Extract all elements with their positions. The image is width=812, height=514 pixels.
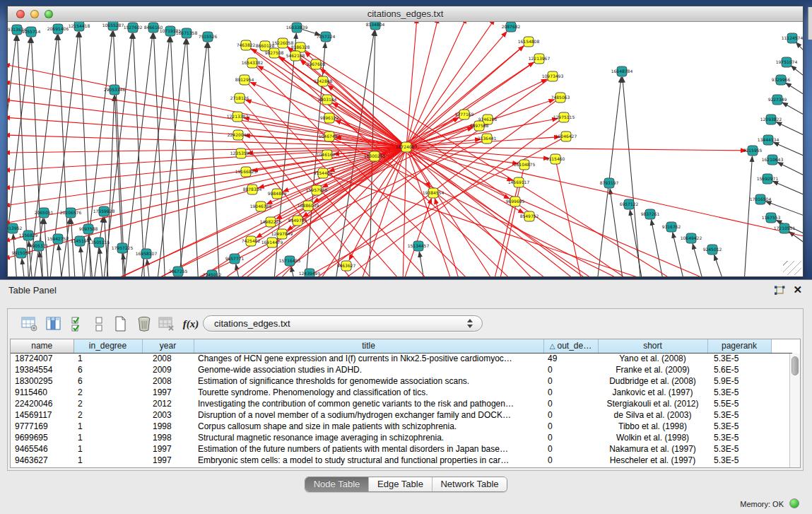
table-select-dropdown[interactable]: citations_edges.txt — [203, 315, 483, 332]
graph-node[interactable]: 7425402 — [242, 236, 261, 246]
vertical-scrollbar[interactable] — [789, 354, 800, 467]
graph-node[interactable]: 10649422 — [681, 233, 702, 243]
graph-node[interactable]: 9055714 — [22, 27, 41, 37]
table-row[interactable]: 1456911722003Disruption of a novel membe… — [11, 409, 792, 421]
tab-network-table[interactable]: Network Table — [433, 477, 507, 491]
table-row[interactable]: 946362711997Embryonic stem cells: a mode… — [11, 455, 792, 466]
window-resize-grip[interactable] — [783, 261, 801, 275]
column-header-out_de[interactable]: △out_de… — [543, 339, 598, 353]
graph-node[interactable]: 9827508 — [265, 48, 284, 58]
table-row[interactable]: 969969511998Structural magnetic resonanc… — [11, 432, 792, 443]
graph-node[interactable]: 8134804 — [366, 22, 385, 30]
graph-node[interactable]: 17957225 — [112, 243, 134, 253]
graph-node[interactable]: 9329966 — [772, 75, 791, 85]
deselect-all-icon[interactable] — [90, 315, 108, 333]
graph-node[interactable]: 7857224 — [317, 32, 336, 42]
table-mode-icon[interactable] — [20, 315, 39, 333]
graph-node[interactable]: 9657771 — [225, 254, 245, 264]
graph-node[interactable]: 19166825 — [235, 167, 257, 177]
graph-node[interactable]: 19751074 — [776, 57, 798, 67]
column-header-year[interactable]: year — [142, 339, 194, 353]
graph-node[interactable]: 8549752 — [520, 211, 539, 221]
graph-node[interactable]: 9463627 — [337, 261, 356, 271]
graph-node[interactable]: 17210551 — [774, 223, 796, 233]
graph-node[interactable]: 9097588 — [79, 224, 98, 234]
graph-node[interactable]: 15134457 — [408, 241, 430, 251]
graph-node[interactable]: 3913952 — [8, 223, 23, 233]
graph-node[interactable]: 1156829 — [19, 230, 38, 240]
graph-node[interactable]: 16914479 — [261, 238, 283, 247]
graph-node[interactable]: 7463822 — [237, 40, 256, 50]
tab-edge-table[interactable]: Edge Table — [369, 477, 433, 491]
graph-node[interactable]: 2067255 — [169, 267, 188, 276]
table-row[interactable]: 2242004622012Investigating the contribut… — [11, 398, 792, 409]
float-panel-icon[interactable] — [774, 286, 785, 296]
memory-status-icon[interactable] — [789, 498, 799, 508]
select-all-icon[interactable] — [69, 315, 87, 333]
delete-column-icon[interactable] — [135, 315, 153, 333]
graph-node[interactable]: 9896122 — [320, 113, 339, 123]
graph-node[interactable]: 10655287 — [102, 22, 124, 30]
graph-node[interactable]: 11124574 — [782, 33, 803, 43]
graph-node[interactable]: 7485063 — [551, 93, 570, 103]
table-row[interactable]: 1938455462009Genome-wide association stu… — [11, 364, 792, 375]
graph-node[interactable]: 16154808 — [518, 37, 540, 47]
graph-node[interactable]: 2087682 — [502, 22, 521, 32]
graph-node[interactable]: 8912954 — [235, 75, 254, 85]
column-header-title[interactable]: title — [194, 339, 543, 353]
graph-node[interactable]: 2718126 — [230, 93, 249, 103]
graph-node[interactable]: 12213383 — [227, 112, 249, 122]
graph-node[interactable]: 7515526 — [199, 32, 218, 42]
graph-node[interactable]: 9316762 — [662, 222, 681, 232]
graph-node[interactable]: 9154469 — [314, 168, 333, 178]
graph-node[interactable]: 15942757 — [47, 234, 69, 244]
table-row[interactable]: 911546021997Tourette syndrome. Phenomeno… — [11, 387, 792, 398]
table-row[interactable]: 1872400712008Changes of HCN gene express… — [11, 353, 792, 364]
graph-node[interactable]: 9245012 — [703, 245, 722, 255]
graph-node[interactable]: 12154418 — [69, 22, 90, 31]
delete-table-icon[interactable] — [158, 315, 176, 333]
graph-node[interactable]: 9242848 — [314, 76, 333, 86]
column-header-name[interactable]: name — [11, 339, 73, 353]
graph-node[interactable]: 8215955 — [743, 146, 763, 156]
graph-node[interactable]: 1145194 — [71, 236, 90, 246]
create-column-icon[interactable] — [111, 315, 129, 333]
column-header-pagerank[interactable]: pagerank — [707, 339, 771, 353]
table-row[interactable]: 946554611997Estimation of the future num… — [11, 443, 792, 455]
graph-node[interactable]: 16958107 — [136, 249, 158, 259]
graph-node[interactable]: 16648784 — [611, 66, 633, 76]
window-titlebar[interactable]: citations_edges.txt — [8, 6, 803, 22]
graph-node[interactable]: 16671358 — [176, 28, 198, 38]
graph-node[interactable]: 12213967 — [529, 54, 551, 64]
graph-node[interactable]: 20206576 — [60, 208, 82, 218]
graph-node[interactable]: 8793197 — [600, 178, 619, 188]
network-canvas[interactable]: 9313634905571420691406121544181065528715… — [8, 22, 803, 276]
graph-node[interactable]: 12439495 — [299, 269, 321, 276]
graph-node[interactable]: 16543382 — [242, 58, 264, 68]
graph-node[interactable]: 12975115 — [553, 112, 575, 122]
graph-node[interactable]: 9837261 — [641, 209, 660, 219]
graph-node[interactable]: 16046427 — [555, 132, 577, 141]
graph-node[interactable]: 8878334 — [243, 185, 262, 194]
graph-node[interactable]: 14569117 — [508, 177, 530, 187]
graph-node[interactable]: 8549754 — [288, 216, 307, 226]
function-builder-icon[interactable]: f(x) — [182, 315, 200, 333]
show-columns-icon[interactable] — [45, 315, 63, 333]
close-panel-icon[interactable]: ✕ — [793, 284, 802, 296]
table-row[interactable]: 977716911998Corpus callosum shape and si… — [11, 421, 792, 432]
graph-node[interactable]: 15716485 — [279, 256, 301, 266]
column-header-in_degree[interactable]: in_degree — [73, 339, 142, 353]
network-window[interactable]: citations_edges.txt 93136349055714206914… — [7, 6, 804, 277]
tab-node-table[interactable]: Node Table — [305, 477, 369, 491]
graph-node[interactable]: 1527602 — [124, 23, 143, 33]
graph-node[interactable]: 15957988 — [306, 185, 328, 195]
graph-node[interactable]: 29053346 — [104, 85, 126, 95]
graph-node[interactable]: 22420046 — [228, 130, 249, 140]
graph-node[interactable]: 16033839 — [286, 23, 308, 33]
graph-node[interactable]: 6497568 — [470, 121, 489, 131]
scrollbar-thumb[interactable] — [792, 356, 799, 375]
table-row[interactable]: 1830029562008Estimation of significance … — [11, 375, 792, 387]
graph-node[interactable]: 13505115 — [88, 238, 110, 247]
graph-node[interactable]: 20691406 — [47, 24, 69, 34]
graph-node[interactable]: 14982225 — [260, 217, 282, 227]
